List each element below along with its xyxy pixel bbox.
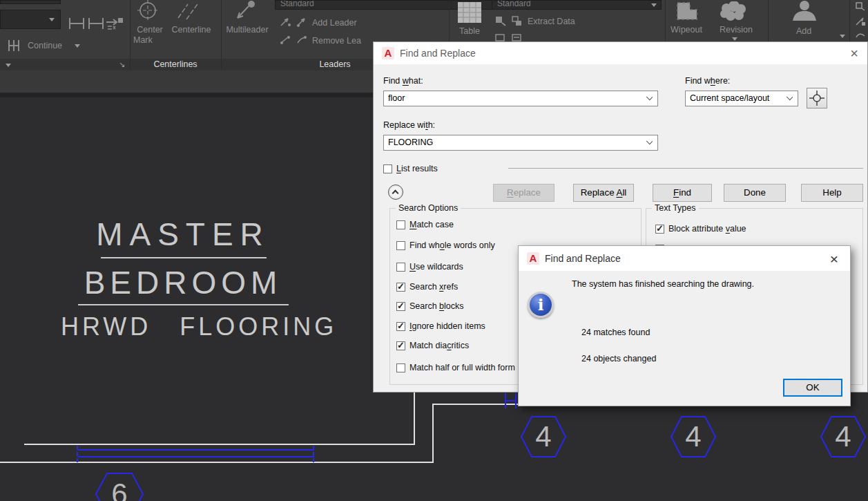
close-icon[interactable]: × <box>825 251 843 267</box>
dim-update-icon[interactable] <box>105 15 124 32</box>
autocad-app: { "colors": { "accent": "#0078d7", "cad_… <box>0 0 868 501</box>
done-button[interactable]: Done <box>724 184 786 202</box>
collapse-options-button[interactable] <box>388 185 403 200</box>
matches-found-text: 24 matches found <box>581 328 650 337</box>
checkbox-icon <box>396 263 405 272</box>
message-titlebar[interactable]: A Find and Replace × <box>519 246 850 271</box>
centerlines-panel-label: Centerlines <box>130 59 221 69</box>
wall-line <box>432 404 434 463</box>
cad-text-bedroom[interactable]: BEDROOM <box>69 264 297 301</box>
window-line <box>78 449 314 451</box>
table-button[interactable]: Table <box>453 26 486 37</box>
dim-baseline-icon[interactable] <box>87 15 105 32</box>
keynote-hex-4b[interactable]: 4 <box>671 416 716 457</box>
keynote-hex-4a[interactable]: 4 <box>521 416 566 457</box>
message-text: The system has finished searching the dr… <box>572 279 754 289</box>
checkbox-icon <box>655 225 664 234</box>
dim-style-combo-top[interactable] <box>0 0 61 4</box>
close-icon[interactable]: × <box>845 45 863 62</box>
centerline-icon[interactable] <box>174 0 202 22</box>
chevron-down-icon <box>646 94 653 100</box>
remove-leader-button[interactable]: Remove Lea <box>312 36 361 46</box>
checkbox-icon <box>396 220 405 229</box>
center-mark-button[interactable]: Center Mark <box>130 25 170 46</box>
continue-dropdown-icon[interactable] <box>75 44 80 48</box>
chevron-down-icon <box>651 3 657 7</box>
checkbox-icon <box>396 283 405 292</box>
ok-button[interactable]: OK <box>783 379 842 397</box>
info-icon <box>528 292 554 318</box>
continue-dimension-icon[interactable] <box>7 39 23 53</box>
separator-line <box>508 168 863 169</box>
find-replace-message-dialog: A Find and Replace × The system has fini… <box>518 245 851 406</box>
remove-leader-glyph-icon <box>279 35 291 46</box>
find-button[interactable]: Find <box>653 184 712 202</box>
remove-leader-icon[interactable] <box>296 35 308 46</box>
chevron-down-icon <box>49 18 55 21</box>
find-replace-titlebar[interactable]: A Find and Replace × <box>374 42 867 64</box>
cad-text-master[interactable]: MASTER <box>83 216 283 253</box>
center-mark-icon[interactable] <box>135 0 160 22</box>
find-what-label: Find what: <box>383 76 423 86</box>
cad-underline-bedroom <box>78 304 289 305</box>
replace-button[interactable]: Replace <box>493 184 554 202</box>
wipeout-icon[interactable] <box>673 0 701 22</box>
dialog-title: Find and Replace <box>400 48 476 59</box>
revision-cloud-button[interactable]: Revision <box>713 25 760 35</box>
autocad-logo-icon: A <box>527 252 539 265</box>
centerline-button[interactable]: Centerline <box>168 25 214 35</box>
chevron-down-icon <box>787 94 793 100</box>
panel-expand-icon[interactable]: ↘ <box>119 60 125 69</box>
markup-assist-icon[interactable] <box>855 17 866 26</box>
continue-button[interactable]: Continue <box>28 41 62 50</box>
select-objects-button[interactable] <box>807 88 827 108</box>
wall-line <box>0 462 434 463</box>
wall-line <box>414 393 415 445</box>
multileader-button[interactable]: Multileader <box>221 25 273 35</box>
add-user-button[interactable]: Add <box>787 26 820 37</box>
markup-import-icon[interactable] <box>855 1 866 11</box>
multileader-icon[interactable] <box>231 0 257 22</box>
table-style-combo[interactable]: Standard <box>492 0 662 10</box>
find-what-combo[interactable]: floor <box>383 91 658 106</box>
wall-line <box>24 444 415 445</box>
table-icon[interactable] <box>457 1 482 23</box>
add-dropdown-icon[interactable] <box>840 35 845 38</box>
chevron-down-icon <box>646 138 653 144</box>
extract-data-icon[interactable] <box>511 15 523 26</box>
extract-data-button[interactable]: Extract Data <box>528 17 575 26</box>
cad-text-hrwd-flooring[interactable]: HRWD FLOORING <box>61 312 309 341</box>
dim-layer-combo[interactable] <box>0 10 61 29</box>
search-options-legend: Search Options <box>396 203 461 213</box>
autocad-logo-icon: A <box>382 47 394 59</box>
keynote-hex-6[interactable]: 6 <box>95 473 144 501</box>
find-where-label: Find where: <box>685 76 730 86</box>
checkbox-icon <box>383 164 392 173</box>
dim-linear-icon[interactable] <box>68 15 86 32</box>
window-tick <box>77 446 78 462</box>
keynote-hex-4c[interactable]: 4 <box>820 416 866 457</box>
replace-all-button[interactable]: Replace All <box>573 184 634 202</box>
text-types-legend: Text Types <box>652 203 699 213</box>
link-data-glyph-icon <box>494 33 507 41</box>
checkbox-icon <box>396 241 405 250</box>
add-leader-button[interactable]: Add Leader <box>312 18 357 28</box>
cad-underline-master <box>101 257 267 258</box>
pick-point-icon <box>807 88 827 108</box>
add-leader-icon[interactable] <box>296 17 308 28</box>
objects-changed-text: 24 objects changed <box>581 354 656 363</box>
revision-cloud-icon[interactable] <box>718 1 749 22</box>
replace-with-combo[interactable]: FLOORING <box>383 135 658 151</box>
window-symbol-line <box>505 400 517 401</box>
panel-dropdown-icon[interactable] <box>6 64 11 67</box>
window-line <box>78 456 314 457</box>
revision-dropdown-icon[interactable] <box>732 37 737 41</box>
wipeout-button[interactable]: Wipeout <box>664 25 708 35</box>
add-user-icon[interactable] <box>790 0 819 22</box>
help-button[interactable]: Help <box>801 184 863 202</box>
link-data-icon[interactable] <box>511 33 523 41</box>
checkbox-icon <box>396 363 405 372</box>
add-leader-glyph-icon <box>279 17 291 28</box>
trace-icon[interactable] <box>855 32 866 40</box>
find-where-combo[interactable]: Current space/layout <box>685 91 798 106</box>
